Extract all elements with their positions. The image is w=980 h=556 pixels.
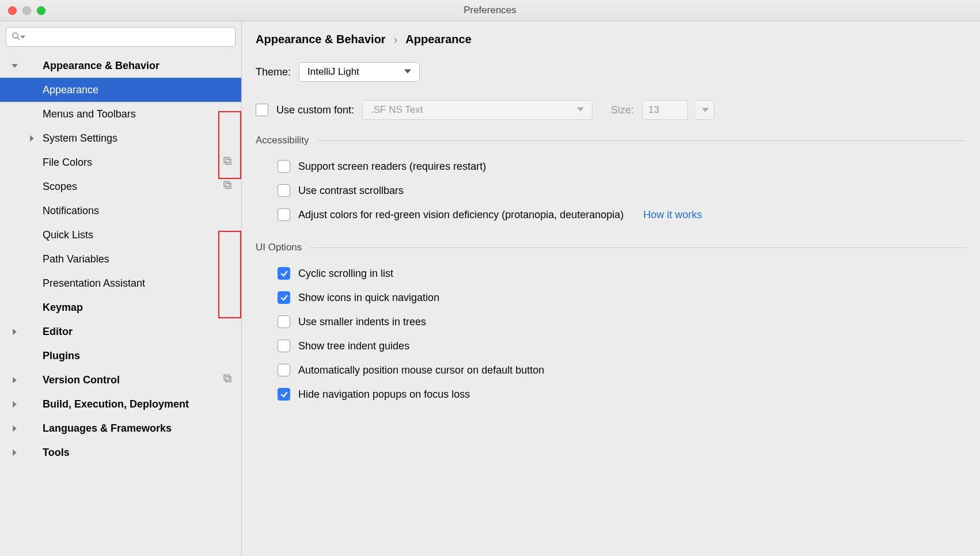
section-ui-options: UI Options <box>256 242 966 253</box>
section-title-text: UI Options <box>256 242 302 253</box>
tree-item-label: Quick Lists <box>43 229 93 241</box>
accessibility-checkbox-0[interactable] <box>278 160 290 173</box>
svg-rect-7 <box>226 377 231 382</box>
ui-option-checkbox-2[interactable] <box>278 315 290 328</box>
chevron-right-icon: › <box>394 33 398 46</box>
tree-item-appearance-behavior[interactable]: Appearance & Behavior <box>0 54 241 78</box>
tree-item-label: System Settings <box>43 132 117 144</box>
tree-item-plugins[interactable]: Plugins <box>0 344 241 368</box>
accessibility-row-1: Use contrast scrollbars <box>256 178 966 203</box>
tree-item-editor[interactable]: Editor <box>0 319 241 344</box>
search-input[interactable] <box>28 32 230 42</box>
disclosure-closed-icon <box>10 377 18 383</box>
accessibility-checkbox-2[interactable] <box>278 208 290 221</box>
svg-point-0 <box>13 33 18 38</box>
font-size-stepper[interactable] <box>696 100 715 120</box>
svg-rect-4 <box>224 182 229 187</box>
accessibility-row-2: Adjust colors for red-green vision defic… <box>256 203 966 227</box>
tree-item-keymap[interactable]: Keymap <box>0 295 241 319</box>
window-controls <box>8 6 45 15</box>
tree-item-languages-frameworks[interactable]: Languages & Frameworks <box>0 416 241 440</box>
tree-item-label: File Colors <box>43 157 92 169</box>
breadcrumb: Appearance & Behavior › Appearance <box>256 33 966 46</box>
ui-option-row-1: Show icons in quick navigation <box>256 285 966 310</box>
ui-option-label-3: Show tree indent guides <box>298 340 409 352</box>
ui-option-row-4: Automatically position mouse cursor on d… <box>256 358 966 382</box>
maximize-button[interactable] <box>37 6 45 15</box>
ui-option-label-4: Automatically position mouse cursor on d… <box>298 364 544 376</box>
ui-option-label-5: Hide navigation popups on focus loss <box>298 389 470 401</box>
use-custom-font-checkbox[interactable] <box>256 104 268 116</box>
theme-select-value: IntelliJ Light <box>307 66 359 78</box>
svg-line-1 <box>17 37 20 40</box>
tree-item-quick-lists[interactable]: Quick Lists <box>0 223 241 247</box>
tree-item-system-settings[interactable]: System Settings <box>0 126 241 150</box>
window-title: Preferences <box>0 5 980 16</box>
titlebar: Preferences <box>0 0 980 21</box>
accessibility-row-0: Support screen readers (requires restart… <box>256 154 966 178</box>
tree-item-label: Plugins <box>43 350 80 362</box>
dropdown-indicator-icon <box>20 32 25 41</box>
disclosure-open-icon <box>10 63 18 69</box>
ui-option-label-1: Show icons in quick navigation <box>298 292 439 304</box>
ui-option-checkbox-5[interactable] <box>278 388 290 401</box>
tree-item-label: Version Control <box>43 374 120 386</box>
ui-option-label-0: Cyclic scrolling in list <box>298 268 393 280</box>
tree-item-menus-and-toolbars[interactable]: Menus and Toolbars <box>0 102 241 126</box>
disclosure-closed-icon <box>10 425 18 432</box>
chevron-down-icon <box>404 66 413 78</box>
accessibility-link-2[interactable]: How it works <box>643 209 702 221</box>
font-size-input[interactable]: 13 <box>642 100 688 120</box>
tree-item-label: Editor <box>43 326 73 338</box>
tree-item-tools[interactable]: Tools <box>0 440 241 464</box>
search-input-wrapper[interactable] <box>6 27 235 47</box>
accessibility-label-0: Support screen readers (requires restart… <box>298 161 486 173</box>
ui-option-label-2: Use smaller indents in trees <box>298 316 426 328</box>
project-level-icon <box>223 374 232 386</box>
tree-item-label: Languages & Frameworks <box>43 422 172 435</box>
sidebar: Appearance & BehaviorAppearanceMenus and… <box>0 21 242 556</box>
tree-item-appearance[interactable]: Appearance <box>0 78 241 102</box>
divider <box>317 140 966 141</box>
ui-option-row-3: Show tree indent guides <box>256 334 966 358</box>
tree-item-presentation-assistant[interactable]: Presentation Assistant <box>0 271 241 295</box>
minimize-button[interactable] <box>22 6 31 15</box>
tree-item-scopes[interactable]: Scopes <box>0 174 241 199</box>
theme-select[interactable]: IntelliJ Light <box>299 62 420 82</box>
tree-item-notifications[interactable]: Notifications <box>0 199 241 223</box>
ui-option-row-5: Hide navigation popups on focus loss <box>256 382 966 406</box>
tree-item-label: Keymap <box>43 302 83 314</box>
tree-item-path-variables[interactable]: Path Variables <box>0 247 241 271</box>
section-title-text: Accessibility <box>256 135 309 146</box>
ui-option-checkbox-4[interactable] <box>278 364 290 376</box>
ui-option-checkbox-3[interactable] <box>278 340 290 352</box>
disclosure-closed-icon <box>10 329 18 335</box>
breadcrumb-parent[interactable]: Appearance & Behavior <box>256 33 386 46</box>
settings-tree: Appearance & BehaviorAppearanceMenus and… <box>0 54 241 464</box>
tree-item-version-control[interactable]: Version Control <box>0 368 241 392</box>
font-select[interactable]: .SF NS Text <box>362 100 592 120</box>
accessibility-label-2: Adjust colors for red-green vision defic… <box>298 209 624 221</box>
tree-item-label: Presentation Assistant <box>43 277 145 290</box>
font-select-value: .SF NS Text <box>371 104 423 116</box>
project-level-icon <box>223 181 232 193</box>
ui-option-row-0: Cyclic scrolling in list <box>256 261 966 285</box>
close-button[interactable] <box>8 6 17 15</box>
ui-option-checkbox-0[interactable] <box>278 267 290 280</box>
tree-item-file-colors[interactable]: File Colors <box>0 150 241 174</box>
tree-item-label: Path Variables <box>43 253 109 265</box>
accessibility-checkbox-1[interactable] <box>278 184 290 197</box>
ui-option-row-2: Use smaller indents in trees <box>256 310 966 334</box>
tree-item-build-execution-deployment[interactable]: Build, Execution, Deployment <box>0 392 241 416</box>
svg-rect-6 <box>224 375 229 380</box>
font-size-label: Size: <box>611 104 634 116</box>
breadcrumb-current: Appearance <box>405 33 472 46</box>
tree-item-label: Appearance & Behavior <box>43 60 159 72</box>
preferences-window: Preferences Appearance & BehaviorAppeara… <box>0 0 980 556</box>
ui-option-checkbox-1[interactable] <box>278 291 290 304</box>
disclosure-closed-icon <box>10 401 18 408</box>
chevron-down-icon <box>577 104 586 116</box>
disclosure-closed-icon <box>28 135 36 142</box>
tree-item-label: Menus and Toolbars <box>43 108 136 120</box>
tree-item-label: Appearance <box>43 84 98 96</box>
